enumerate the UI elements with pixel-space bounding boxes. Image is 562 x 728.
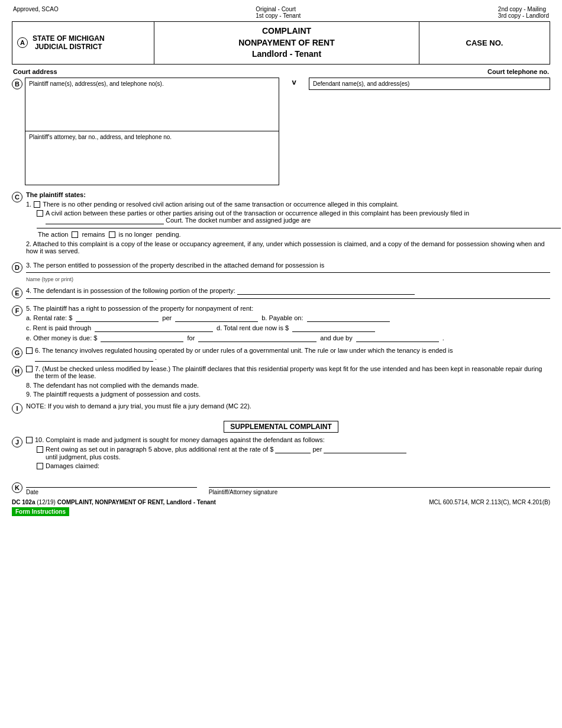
form-id: DC 102a [12,499,35,505]
other-money-field[interactable] [101,334,183,342]
attorney-label: Plaintiff's attorney, bar no., address, … [29,134,275,140]
signature-field[interactable] [209,480,550,488]
rate-field[interactable] [275,446,311,453]
header-row: A STATE OF MICHIGAN JUDICIAL DISTRICT CO… [12,21,550,65]
due-by-field[interactable] [356,334,439,342]
per-2-field[interactable] [324,446,406,453]
section-d: D 3. The person entitled to possession o… [12,262,550,282]
name-field-row: Name (type or print) [26,275,550,282]
header-left: A STATE OF MICHIGAN JUDICIAL DISTRICT [12,22,154,64]
state-title: STATE OF MICHIGAN JUDICIAL DISTRICT [33,34,105,51]
section-j: J 10. Complaint is made and judgment is … [12,436,550,469]
item1-text: There is no other pending or resolved ci… [43,201,399,208]
total-due-field[interactable] [292,324,375,332]
circle-d: D [12,262,22,273]
name-label: Name (type or print) [26,276,73,282]
item3-text: 3. The person entitled to possession of … [26,262,550,269]
header-center: COMPLAINT NONPAYMENT OF RENT Landlord - … [154,22,419,64]
item10-row: 10. Complaint is made and judgment is so… [26,436,550,443]
rent-owing-row: Rent owing as set out in paragraph 5 abo… [26,446,550,460]
plaintiff-states-title: The plaintiff states: [26,191,550,198]
checkbox-6[interactable] [26,347,33,354]
bottom-bar: DC 102a (12/19) COMPLAINT, NONPAYMENT OF… [12,499,550,505]
item10-text: 10. Complaint is made and judgment is so… [35,436,325,443]
plaintiff-info-box[interactable]: Plaintiff name(s), address(es), and tele… [25,78,279,131]
supplemental-title: SUPPLEMENTAL COMPLAINT [224,421,338,433]
circle-c: C [12,192,22,202]
circle-e: E [12,288,22,298]
section-f: F 5. The plaintiff has a right to posses… [12,305,550,343]
item1-number: 1. [26,201,31,208]
item2-text: 2. Attached to this complaint is a copy … [26,240,545,255]
filed-in-field[interactable] [46,217,164,224]
copy-right: 2nd copy - Mailing 3rd copy - Landlord [498,6,549,19]
rent-row: a. Rental rate: $ per b. Payable on: [26,314,550,322]
tenancy-rule-field[interactable] [35,354,153,362]
checkbox-10[interactable] [26,437,33,443]
circle-i: I [12,403,22,414]
payable-field[interactable] [307,314,390,322]
supplemental-header: SUPPLEMENTAL COMPLAINT [12,421,550,433]
damages-row: Damages claimed: [26,462,550,469]
checkbox-7[interactable] [26,366,33,372]
rent-paid-row: c. Rent is paid through d. Total rent du… [26,324,550,332]
circle-b: B [12,79,22,89]
damages-text: Damages claimed: [46,462,99,469]
sig-label: Plaintiff/Attorney signature [209,489,550,495]
rental-rate-field[interactable] [76,314,159,322]
possession-line [26,272,550,273]
vs-label: v [279,78,309,86]
checkbox-1a[interactable] [34,201,40,208]
section-c: C The plaintiff states: 1. There is no o… [12,191,550,257]
date-field[interactable] [26,480,197,488]
defendant-label: Defendant name(s), and address(es) [313,80,546,87]
docket-line [37,228,561,228]
item1-civil-text: A civil action between these parties or … [46,210,550,224]
signature-row: Date Plaintiff/Attorney signature [26,480,550,495]
item8-text: 8. The defendant has not complied with t… [26,382,550,389]
checkbox-damages[interactable] [37,463,43,469]
copy-center: Original - Court 1st copy - Tenant [256,6,301,19]
item9-text: 9. The plaintiff requests a judgment of … [26,391,550,398]
circle-h: H [12,366,22,376]
section-g: G 6. The tenancy involves regulated hous… [12,347,550,362]
section-h: H 7. (Must be checked unless modified by… [12,365,550,398]
header-right: CASE NO. [419,22,550,64]
form-id-row: DC 102a (12/19) COMPLAINT, NONPAYMENT OF… [12,499,216,505]
note-text: NOTE: If you wish to demand a jury trial… [26,402,251,410]
date-label: Date [26,489,197,495]
circle-a: A [17,37,28,48]
court-address-label: Court address [13,68,57,75]
center-title: COMPLAINT NONPAYMENT OF RENT Landlord - … [238,25,335,60]
rent-paid-field[interactable] [95,324,213,332]
form-instructions-button[interactable]: Form Instructions [12,507,69,516]
item7-row: 7. (Must be checked unless modified by l… [26,365,550,379]
form-date: (12/19) [37,499,56,505]
property-portion-field[interactable] [237,287,415,295]
section-e: E 4. The defendant is in possession of t… [12,287,550,300]
court-row: Court address Court telephone no. [12,68,550,75]
circle-f: F [12,305,22,316]
property-line2 [26,298,550,299]
for-field[interactable] [198,334,316,342]
section-k: K Date Plaintiff/Attorney signature [12,480,550,495]
item7-text: 7. (Must be checked unless modified by l… [35,365,550,379]
item4-text: 4. The defendant is in possession of the… [26,287,550,295]
checkbox-no-longer[interactable] [109,231,115,238]
attorney-info-box[interactable]: Plaintiff's attorney, bar no., address, … [25,131,279,185]
top-info: Approved, SCAO Original - Court 1st copy… [12,6,550,19]
circle-j: J [12,437,22,447]
checkbox-1b[interactable] [37,210,43,217]
checkbox-rent-owing[interactable] [37,446,43,453]
remains-row: The action remains is no longer pending. [38,231,550,238]
per-field[interactable] [175,314,258,322]
other-money-row: e. Other money is due: $ for and due by … [26,334,550,342]
court-phone-label: Court telephone no. [487,68,549,75]
checkbox-remains[interactable] [72,231,78,238]
law-refs: MCL 600.5714, MCR 2.113(C), MCR 4.201(B) [429,499,550,505]
date-field-col: Date [26,480,197,495]
case-no-label: CASE NO. [466,38,503,47]
item6-text: 6. The tenancy involves regulated housin… [35,347,453,354]
parties-section: B Plaintiff name(s), address(es), and te… [12,78,550,185]
defendant-col[interactable]: Defendant name(s), and address(es) [309,78,550,90]
